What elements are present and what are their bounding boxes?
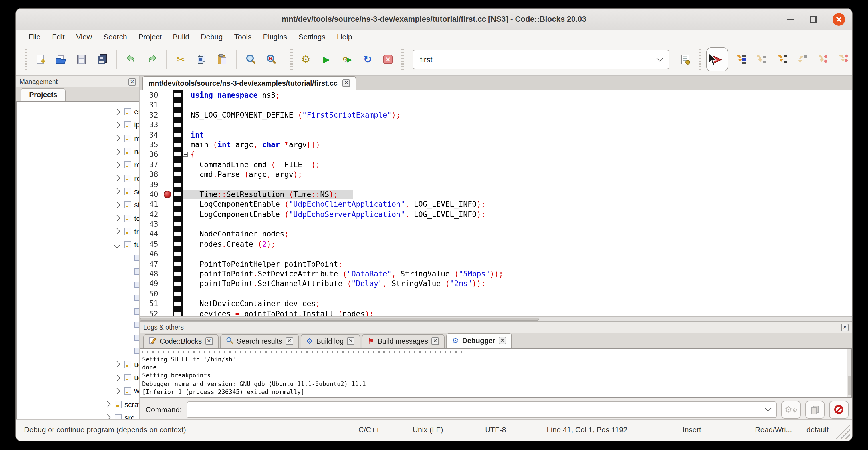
close-button[interactable]: ✕ xyxy=(830,8,847,30)
tree-item-ipv6[interactable]: ipv6 xyxy=(17,119,139,132)
breakpoint-margin[interactable] xyxy=(163,299,173,309)
code-text[interactable]: NodeContainer nodes; xyxy=(188,229,852,239)
tree-item-tuto[interactable]: tuto xyxy=(17,238,139,251)
code-text[interactable]: using namespace ns3; xyxy=(188,90,852,100)
code-text[interactable]: LogComponentEnable ("UdpEchoServerApplic… xyxy=(188,209,852,219)
code-line-46[interactable]: 46 xyxy=(140,249,852,259)
breakpoint-margin[interactable] xyxy=(163,120,173,130)
code-line-37[interactable]: 37 CommandLine cmd (__FILE__); xyxy=(140,160,852,170)
chevron-right-icon[interactable] xyxy=(114,161,120,168)
code-text[interactable] xyxy=(188,120,852,130)
code-text[interactable]: PointToPointHelper pointToPoint; xyxy=(188,259,852,269)
code-line-52[interactable]: 52 devices = pointToPoint.Install (nodes… xyxy=(140,309,852,317)
fold-margin[interactable] xyxy=(183,110,188,120)
log-tab-build-log[interactable]: ⚙Build log✕ xyxy=(301,334,360,348)
fold-margin[interactable] xyxy=(183,170,188,180)
log-vertical-scrollbar[interactable] xyxy=(847,349,851,397)
code-line-38[interactable]: 38 cmd.Parse (argc, argv); xyxy=(140,170,852,180)
fold-margin[interactable] xyxy=(183,160,188,170)
breakpoint-margin[interactable] xyxy=(163,309,173,317)
fold-margin[interactable] xyxy=(183,120,188,130)
tree-item-reall[interactable]: reall xyxy=(17,158,139,172)
breakpoint-margin[interactable] xyxy=(163,150,173,160)
toolbar-grip[interactable] xyxy=(699,49,701,70)
redo-button[interactable] xyxy=(145,53,159,66)
toolbar-grip[interactable] xyxy=(290,49,293,70)
cut-button[interactable]: ✂ xyxy=(174,53,188,66)
scrollbar-thumb[interactable] xyxy=(140,318,539,321)
breakpoint-margin[interactable] xyxy=(163,269,173,279)
code-line-44[interactable]: 44 NodeContainer nodes; xyxy=(140,229,852,239)
rebuild-button[interactable]: ↻ xyxy=(361,53,374,66)
close-management-icon[interactable]: ✕ xyxy=(128,78,136,85)
code-text[interactable]: cmd.Parse (argc, argv); xyxy=(188,170,852,180)
step-into-instruction-button[interactable] xyxy=(837,53,850,66)
code-line-43[interactable]: 43 xyxy=(140,219,852,229)
code-text[interactable]: NetDeviceContainer devices; xyxy=(188,299,852,309)
new-file-button[interactable] xyxy=(34,53,48,66)
fold-margin[interactable] xyxy=(183,140,188,150)
code-line-40[interactable]: 40 Time::SetResolution (Time::NS); xyxy=(140,189,852,200)
log-tab-search-results[interactable]: Search results✕ xyxy=(220,334,299,348)
chevron-right-icon[interactable] xyxy=(104,401,111,408)
chevron-right-icon[interactable] xyxy=(114,188,120,195)
tree-item-wire[interactable]: wire xyxy=(17,384,139,398)
code-text[interactable]: Time::SetResolution (Time::NS); xyxy=(188,189,353,200)
tree-item-mat[interactable]: mat xyxy=(17,132,139,145)
scrollbar-thumb[interactable] xyxy=(848,376,851,395)
tree-item-erro[interactable]: erro xyxy=(17,105,139,119)
tree-item-six[interactable]: six xyxy=(17,331,139,344)
breakpoint-margin[interactable] xyxy=(163,259,173,269)
abort-button[interactable]: ✕ xyxy=(381,53,395,66)
copy-button[interactable] xyxy=(195,53,208,66)
build-button[interactable]: ⚙ xyxy=(299,53,313,66)
step-out-button[interactable] xyxy=(796,53,809,66)
fold-collapse-icon[interactable] xyxy=(183,152,188,157)
code-line-35[interactable]: 35main (int argc, char *argv[]) xyxy=(140,140,852,150)
copy-log-button[interactable] xyxy=(805,400,825,418)
project-tree[interactable]: erroipv6matnamreallroutsockstattcptrafft… xyxy=(16,101,139,419)
tree-item-stat[interactable]: stat xyxy=(17,198,139,212)
code-text[interactable]: pointToPoint.SetDeviceAttribute ("DataRa… xyxy=(188,269,852,279)
code-line-41[interactable]: 41 LogComponentEnable ("UdpEchoClientApp… xyxy=(140,200,852,210)
code-line-39[interactable]: 39 xyxy=(140,180,852,189)
command-input[interactable] xyxy=(186,401,777,418)
fold-margin[interactable] xyxy=(183,279,188,289)
breakpoint-margin[interactable] xyxy=(163,90,173,100)
breakpoint-margin[interactable] xyxy=(163,180,173,189)
tree-item-se[interactable]: se xyxy=(17,318,139,331)
code-text[interactable]: NS_LOG_COMPONENT_DEFINE ("FirstScriptExa… xyxy=(188,110,852,120)
code-text[interactable] xyxy=(188,180,852,189)
code-line-48[interactable]: 48 pointToPoint.SetDeviceAttribute ("Dat… xyxy=(140,269,852,279)
menu-project[interactable]: Project xyxy=(133,32,167,41)
fold-margin[interactable] xyxy=(183,189,188,200)
next-instruction-button[interactable] xyxy=(816,53,830,66)
chevron-right-icon[interactable] xyxy=(114,135,120,142)
tab-projects[interactable]: Projects xyxy=(21,88,66,100)
chevron-right-icon[interactable] xyxy=(114,122,120,128)
fold-margin[interactable] xyxy=(183,150,188,160)
open-file-button[interactable] xyxy=(54,53,68,66)
tree-item-nam[interactable]: nam xyxy=(17,145,139,158)
code-line-33[interactable]: 33 xyxy=(140,120,852,130)
close-tab-icon[interactable]: ✕ xyxy=(499,337,506,344)
code-text[interactable]: { xyxy=(188,150,852,160)
close-editor-tab-icon[interactable]: ✕ xyxy=(343,79,350,87)
menu-settings[interactable]: Settings xyxy=(293,32,331,41)
code-line-42[interactable]: 42 LogComponentEnable ("UdpEchoServerApp… xyxy=(140,209,852,219)
tree-item-th[interactable]: th xyxy=(17,344,139,358)
resize-grip[interactable] xyxy=(835,424,850,439)
save-button[interactable] xyxy=(75,53,89,66)
menu-tools[interactable]: Tools xyxy=(228,32,257,41)
code-line-32[interactable]: 32NS_LOG_COMPONENT_DEFINE ("FirstScriptE… xyxy=(140,110,852,120)
debugger-menu-chevron-icon[interactable] xyxy=(852,57,852,60)
code-text[interactable] xyxy=(188,249,852,259)
breakpoint-margin[interactable] xyxy=(163,170,173,180)
next-line-button[interactable] xyxy=(754,53,768,66)
build-target-combobox[interactable]: first xyxy=(412,50,670,69)
close-tab-icon[interactable]: ✕ xyxy=(347,337,354,345)
fold-margin[interactable] xyxy=(183,229,188,239)
run-button[interactable]: ▶ xyxy=(319,53,333,66)
code-text[interactable]: LogComponentEnable ("UdpEchoClientApplic… xyxy=(188,200,852,210)
menu-search[interactable]: Search xyxy=(98,32,133,41)
